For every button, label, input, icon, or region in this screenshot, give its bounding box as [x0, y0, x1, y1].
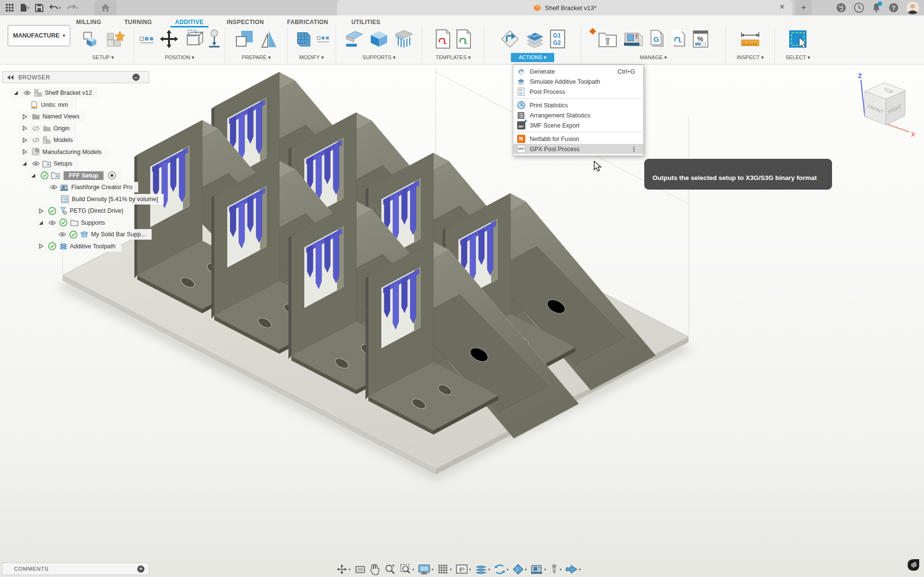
template-red-icon[interactable]	[435, 29, 451, 49]
check-circle-icon[interactable]	[48, 206, 56, 215]
caret-expanded-icon[interactable]	[29, 171, 38, 180]
caret-collapsed-icon[interactable]	[20, 112, 29, 121]
browser-item-supports[interactable]: Supports	[36, 218, 111, 228]
group-label-setup[interactable]: SETUP ▾	[92, 54, 114, 61]
caret-collapsed-icon[interactable]	[20, 148, 29, 156]
browser-item-named-views[interactable]: Named Views	[19, 111, 85, 122]
post-library-icon[interactable]	[670, 29, 688, 49]
tab-milling[interactable]: MILLING	[71, 17, 106, 27]
orbit-icon[interactable]: ▾	[334, 562, 352, 577]
eye-hidden-icon[interactable]	[31, 136, 40, 144]
measure-icon[interactable]	[740, 29, 761, 49]
browser-item-root[interactable]: Shelf Bracket v12	[11, 88, 98, 98]
browser-item-fff-setup[interactable]: FFF Setup	[28, 170, 122, 181]
volume-support-icon[interactable]	[369, 29, 389, 49]
new-setup-icon[interactable]	[82, 29, 101, 49]
tab-inspection[interactable]: INSPECTION	[222, 17, 269, 27]
eye-visible-icon[interactable]	[48, 218, 56, 227]
move-icon[interactable]	[159, 29, 179, 49]
look-at-icon[interactable]	[352, 563, 368, 576]
feedback-chat-bubble-icon[interactable]	[907, 558, 921, 574]
tool-library-icon[interactable]	[598, 29, 618, 49]
document-tab[interactable]: Shelf Bracket v13* ✕	[337, 0, 793, 15]
minus-circle-icon[interactable]: –	[132, 74, 140, 81]
caret-collapsed-icon[interactable]	[37, 242, 45, 251]
home-tab[interactable]	[94, 0, 117, 15]
machine-icon[interactable]: ▾	[529, 562, 548, 577]
tab-turning[interactable]: TURNING	[119, 17, 156, 27]
eye-hidden-icon[interactable]	[31, 124, 40, 133]
toolpath-layers-icon[interactable]: ▾	[473, 562, 492, 577]
post-process-icon[interactable]	[550, 29, 565, 49]
check-circle-icon[interactable]	[59, 218, 67, 227]
job-status-icon[interactable]	[854, 2, 864, 13]
critical-angle-icon[interactable]	[259, 29, 278, 49]
browser-item-petg[interactable]: PETG (Direct Drive)	[36, 205, 129, 216]
jog-icon[interactable]: ▾	[563, 562, 583, 577]
task-manager-icon[interactable]: %	[692, 29, 709, 49]
menu-item-netfabb[interactable]: N Netfabb for Fusion	[513, 134, 643, 144]
notifications-bell-icon[interactable]	[872, 2, 881, 13]
browser-item-build-density[interactable]: Build Density [5.41% by volume]	[60, 194, 164, 205]
browser-item-models[interactable]: Models	[19, 135, 78, 145]
lattice-icon[interactable]	[293, 29, 312, 49]
menu-item-arrangement-statistics[interactable]: Arrangement Statistics	[513, 110, 643, 120]
grid-icon[interactable]: ▾	[435, 562, 454, 577]
check-circle-icon[interactable]	[40, 171, 49, 180]
group-label-manage[interactable]: MANAGE ▾	[640, 54, 667, 61]
user-avatar[interactable]	[906, 1, 919, 14]
extensions-icon[interactable]	[836, 2, 846, 13]
display-settings-icon[interactable]: ▾	[416, 562, 435, 577]
browser-item-setups[interactable]: Setups	[19, 158, 78, 169]
caret-collapsed-icon[interactable]	[37, 206, 45, 215]
tab-fabrication[interactable]: FABRICATION	[282, 17, 333, 27]
group-label-templates[interactable]: TEMPLATES ▾	[435, 54, 470, 61]
area-support-icon[interactable]	[343, 29, 364, 49]
file-menu-icon[interactable]: ▾	[18, 1, 31, 14]
close-tab-icon[interactable]: ✕	[779, 3, 785, 10]
menu-item-print-statistics[interactable]: Print Statistics	[513, 100, 643, 110]
caret-expanded-icon[interactable]	[20, 159, 29, 168]
collapse-panel-icon[interactable]	[7, 75, 14, 80]
group-label-prepare[interactable]: PREPARE ▾	[242, 54, 271, 61]
active-setup-radio-icon[interactable]	[107, 171, 116, 180]
orientation-icon[interactable]	[234, 29, 255, 49]
app-menu-icon[interactable]	[4, 1, 15, 14]
workspace-selector[interactable]: MANUFACTURE ▾	[8, 25, 70, 46]
item-options-dots-icon[interactable]: ⋮	[631, 145, 640, 153]
browser-item-machine[interactable]: Flashforge Creator Pro	[48, 182, 138, 192]
undo-icon[interactable]: ▾	[48, 1, 62, 14]
browser-item-additive-toolpath[interactable]: Additive Toolpath	[36, 241, 121, 252]
help-icon[interactable]: ?	[888, 2, 899, 13]
new-tab-button[interactable]: +	[795, 0, 812, 15]
new-folder-setup-icon[interactable]	[105, 29, 125, 49]
menu-item-gpx-post-process[interactable]: GPX GPX Post Process ⋮	[513, 144, 643, 154]
pack-box-icon[interactable]	[183, 29, 204, 49]
group-label-position[interactable]: POSITION ▾	[165, 54, 194, 61]
group-label-modify[interactable]: MODIFY ▾	[299, 54, 324, 61]
group-label-actions[interactable]: ACTIONS ▾	[511, 53, 554, 62]
zoom-window-icon[interactable]: ▾	[398, 562, 416, 577]
menu-item-3mf-export[interactable]: 3MF 3MF Scene Export	[513, 120, 643, 130]
check-circle-icon[interactable]	[48, 242, 56, 251]
eye-visible-icon[interactable]	[49, 183, 58, 192]
browser-header[interactable]: BROWSER –	[2, 71, 149, 83]
group-label-select[interactable]: SELECT ▾	[785, 54, 810, 61]
save-icon[interactable]	[34, 1, 45, 14]
turntable-icon[interactable]: ▾	[492, 562, 510, 577]
arrange-icon[interactable]	[139, 31, 155, 47]
simulate-toolpath-icon[interactable]	[524, 29, 546, 49]
zoom-icon[interactable]	[382, 562, 398, 577]
eye-visible-icon[interactable]	[23, 89, 31, 97]
pan-icon[interactable]	[368, 562, 382, 577]
select-icon[interactable]	[788, 29, 808, 49]
view-cube[interactable]: Z X TOP FRONT RIGHT	[853, 70, 924, 142]
menu-item-generate[interactable]: Generate Ctrl+G	[513, 66, 643, 77]
eye-visible-icon[interactable]	[31, 159, 40, 168]
eye-visible-icon[interactable]	[58, 230, 66, 239]
material-diamond-icon[interactable]: ▾	[510, 562, 529, 577]
browser-item-solid-bar-support[interactable]: My Solid Bar Supp...	[57, 229, 152, 240]
menu-item-post-process[interactable]: Post Process	[513, 87, 643, 97]
browser-item-units[interactable]: Units: mm	[29, 100, 74, 110]
check-circle-icon[interactable]	[69, 230, 78, 239]
